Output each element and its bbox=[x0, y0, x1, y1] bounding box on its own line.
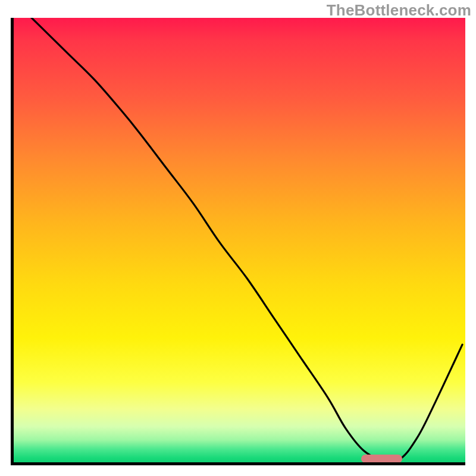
optimal-range-marker bbox=[361, 455, 402, 463]
watermark-text: TheBottleneck.com bbox=[327, 1, 471, 20]
plot-area bbox=[11, 18, 465, 465]
chart-container: TheBottleneck.com bbox=[0, 0, 476, 476]
bottleneck-curve bbox=[14, 18, 465, 462]
